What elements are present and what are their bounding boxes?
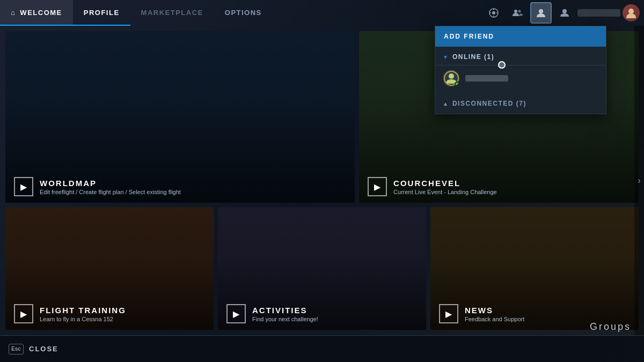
- news-text: NEWS Feedback and Support: [465, 306, 524, 322]
- online-chevron-icon: ▼: [443, 54, 448, 60]
- online-status-indicator: [455, 82, 460, 87]
- top-right-controls: [483, 0, 644, 26]
- courchevel-arrow: ▶: [368, 177, 387, 196]
- worldmap-title: WORLDMAP: [40, 179, 181, 188]
- profile-tab-label: PROFILE: [84, 9, 120, 17]
- svg-point-8: [539, 9, 543, 13]
- disconnected-section-header[interactable]: ▲ DISCONNECTED (7): [435, 95, 606, 112]
- friend-avatar-1: [443, 70, 460, 87]
- worldmap-subtitle: Edit freeflight / Create flight plan / S…: [40, 189, 181, 195]
- worldmap-text: WORLDMAP Edit freeflight / Create flight…: [40, 179, 181, 195]
- groups-label: Groups: [590, 321, 631, 333]
- disconnected-chevron-icon: ▲: [443, 101, 448, 107]
- worldmap-content: ▶ WORLDMAP Edit freeflight / Create flig…: [5, 171, 355, 203]
- tile-news[interactable]: ▶ NEWS Feedback and Support: [430, 207, 639, 330]
- top-navigation: ⌂ WELCOME PROFILE MARKETPLACE OPTIONS: [0, 0, 644, 26]
- activities-text: ACTIVITIES Find your next challenge!: [252, 306, 318, 322]
- welcome-tab-label: WELCOME: [20, 9, 62, 17]
- news-title: NEWS: [465, 306, 524, 315]
- flight-training-arrow: ▶: [14, 304, 33, 323]
- svg-point-10: [628, 9, 634, 14]
- scroll-right-arrow[interactable]: ›: [638, 176, 640, 186]
- tab-profile[interactable]: PROFILE: [73, 0, 130, 26]
- marketplace-tab-label: MARKETPLACE: [141, 9, 203, 17]
- online-section-title: ONLINE (1): [452, 53, 494, 61]
- home-icon: ⌂: [11, 9, 16, 17]
- tab-options[interactable]: OPTIONS: [214, 0, 273, 26]
- friend-name-1: [465, 75, 598, 82]
- close-button[interactable]: Esc CLOSE: [9, 344, 58, 354]
- tab-marketplace[interactable]: MARKETPLACE: [130, 0, 214, 26]
- bottom-bar: Esc CLOSE: [0, 335, 644, 362]
- flight-training-content: ▶ FLIGHT TRAINING Learn to fly in a Cess…: [5, 298, 214, 330]
- online-section-header[interactable]: ▼ ONLINE (1): [435, 49, 606, 65]
- social-icon-btn[interactable]: [483, 2, 504, 24]
- svg-point-9: [562, 9, 567, 13]
- news-arrow: ▶: [439, 304, 458, 323]
- flight-training-subtitle: Learn to fly in a Cessna 152: [40, 316, 126, 322]
- svg-point-11: [449, 73, 454, 79]
- worldmap-arrow: ▶: [14, 177, 33, 196]
- esc-key-indicator: Esc: [9, 344, 24, 354]
- disconnected-friends-section: ▲ DISCONNECTED (7): [435, 93, 606, 114]
- tab-welcome[interactable]: ⌂ WELCOME: [0, 0, 73, 26]
- online-friends-section: ▼ ONLINE (1): [435, 47, 606, 93]
- svg-point-6: [514, 10, 517, 13]
- online-friend-item[interactable]: [435, 65, 606, 91]
- activities-content: ▶ ACTIVITIES Find your next challenge!: [218, 298, 426, 330]
- profile-icon-btn[interactable]: [530, 2, 552, 24]
- options-tab-label: OPTIONS: [225, 9, 262, 17]
- courchevel-title: COURCHEVEL: [393, 179, 497, 188]
- user-avatar[interactable]: [623, 4, 640, 21]
- close-label: CLOSE: [29, 345, 58, 353]
- activities-arrow: ▶: [226, 304, 246, 323]
- nav-username-display: [577, 9, 620, 17]
- add-friend-button[interactable]: ADD FRIEND: [435, 26, 606, 47]
- bottom-tiles-row: ▶ FLIGHT TRAINING Learn to fly in a Cess…: [5, 207, 639, 330]
- right-scroll-area[interactable]: ›: [634, 26, 644, 335]
- svg-point-7: [518, 10, 521, 13]
- flight-training-title: FLIGHT TRAINING: [40, 306, 126, 315]
- disconnected-section-title: DISCONNECTED (7): [452, 100, 526, 107]
- friends-icon-btn[interactable]: [507, 2, 528, 24]
- friends-panel: ADD FRIEND ▼ ONLINE (1) ▲: [435, 26, 606, 114]
- tile-flight-training[interactable]: ▶ FLIGHT TRAINING Learn to fly in a Cess…: [5, 207, 214, 330]
- tile-activities[interactable]: ▶ ACTIVITIES Find your next challenge!: [218, 207, 426, 330]
- notifications-icon-btn[interactable]: [554, 2, 575, 24]
- courchevel-subtitle: Current Live Event - Landing Challenge: [393, 189, 497, 195]
- courchevel-text: COURCHEVEL Current Live Event - Landing …: [393, 179, 497, 195]
- activities-subtitle: Find your next challenge!: [252, 316, 318, 322]
- flight-training-text: FLIGHT TRAINING Learn to fly in a Cessna…: [40, 306, 126, 322]
- svg-point-1: [492, 11, 495, 14]
- news-subtitle: Feedback and Support: [465, 316, 524, 322]
- tile-worldmap[interactable]: ▶ WORLDMAP Edit freeflight / Create flig…: [5, 31, 355, 203]
- activities-title: ACTIVITIES: [252, 306, 318, 315]
- courchevel-content: ▶ COURCHEVEL Current Live Event - Landin…: [359, 171, 639, 203]
